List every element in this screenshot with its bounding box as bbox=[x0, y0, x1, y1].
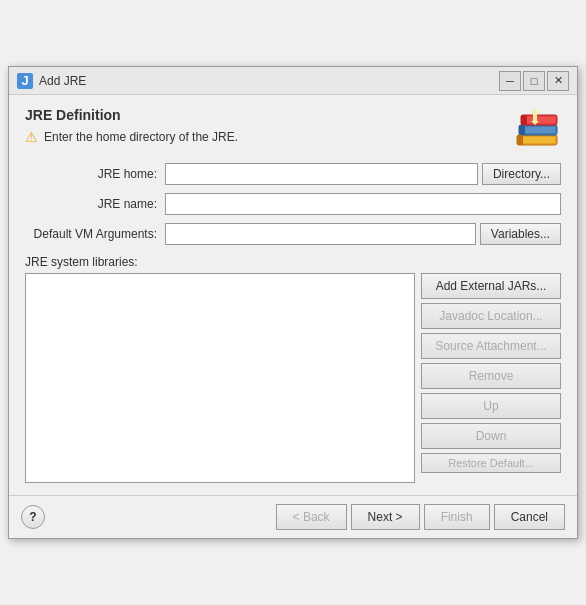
svg-rect-7 bbox=[519, 125, 525, 135]
svg-rect-8 bbox=[521, 115, 527, 125]
warning-icon: ⚠ bbox=[25, 129, 38, 145]
default-vm-label: Default VM Arguments: bbox=[25, 227, 165, 241]
cancel-button[interactable]: Cancel bbox=[494, 504, 565, 530]
variables-button[interactable]: Variables... bbox=[480, 223, 561, 245]
jre-definition-title: JRE Definition bbox=[25, 107, 513, 123]
title-bar-left: J Add JRE bbox=[17, 73, 86, 89]
help-button[interactable]: ? bbox=[21, 505, 45, 529]
restore-default-button[interactable]: Restore Default... bbox=[421, 453, 561, 473]
jre-home-label: JRE home: bbox=[25, 167, 165, 181]
add-external-jars-button[interactable]: Add External JARs... bbox=[421, 273, 561, 299]
libraries-buttons: Add External JARs... Javadoc Location...… bbox=[421, 273, 561, 483]
directory-button[interactable]: Directory... bbox=[482, 163, 561, 185]
window-icon-label: J bbox=[21, 73, 28, 88]
header-section: JRE Definition ⚠ Enter the home director… bbox=[25, 107, 561, 151]
source-attachment-button[interactable]: Source Attachment... bbox=[421, 333, 561, 359]
warning-row: ⚠ Enter the home directory of the JRE. bbox=[25, 129, 513, 145]
remove-button[interactable]: Remove bbox=[421, 363, 561, 389]
libraries-section: Add External JARs... Javadoc Location...… bbox=[25, 273, 561, 483]
jre-name-row: JRE name: bbox=[25, 193, 561, 215]
book-icon bbox=[513, 107, 561, 151]
up-button[interactable]: Up bbox=[421, 393, 561, 419]
jre-name-input[interactable] bbox=[165, 193, 561, 215]
svg-rect-1 bbox=[519, 137, 555, 143]
close-button[interactable]: ✕ bbox=[547, 71, 569, 91]
back-button[interactable]: < Back bbox=[276, 504, 347, 530]
window-icon: J bbox=[17, 73, 33, 89]
dialog-window: J Add JRE ─ □ ✕ JRE Definition ⚠ Enter t… bbox=[8, 66, 578, 539]
svg-rect-5 bbox=[523, 117, 555, 123]
jre-home-row: JRE home: Directory... bbox=[25, 163, 561, 185]
libraries-list[interactable] bbox=[25, 273, 415, 483]
svg-rect-3 bbox=[521, 127, 555, 133]
libraries-label: JRE system libraries: bbox=[25, 255, 561, 269]
jre-home-input[interactable] bbox=[165, 163, 478, 185]
javadoc-location-button[interactable]: Javadoc Location... bbox=[421, 303, 561, 329]
default-vm-row: Default VM Arguments: Variables... bbox=[25, 223, 561, 245]
finish-button[interactable]: Finish bbox=[424, 504, 490, 530]
form-section: JRE home: Directory... JRE name: Default… bbox=[25, 163, 561, 245]
svg-rect-9 bbox=[533, 109, 537, 121]
default-vm-input[interactable] bbox=[165, 223, 476, 245]
warning-text: Enter the home directory of the JRE. bbox=[44, 130, 238, 144]
dialog-content: JRE Definition ⚠ Enter the home director… bbox=[9, 95, 577, 495]
jre-name-label: JRE name: bbox=[25, 197, 165, 211]
bottom-bar: ? < Back Next > Finish Cancel bbox=[9, 495, 577, 538]
minimize-button[interactable]: ─ bbox=[499, 71, 521, 91]
down-button[interactable]: Down bbox=[421, 423, 561, 449]
bottom-buttons: < Back Next > Finish Cancel bbox=[276, 504, 565, 530]
title-controls: ─ □ ✕ bbox=[499, 71, 569, 91]
svg-rect-6 bbox=[517, 135, 523, 145]
header-text: JRE Definition ⚠ Enter the home director… bbox=[25, 107, 513, 145]
window-title: Add JRE bbox=[39, 74, 86, 88]
maximize-button[interactable]: □ bbox=[523, 71, 545, 91]
next-button[interactable]: Next > bbox=[351, 504, 420, 530]
title-bar: J Add JRE ─ □ ✕ bbox=[9, 67, 577, 95]
